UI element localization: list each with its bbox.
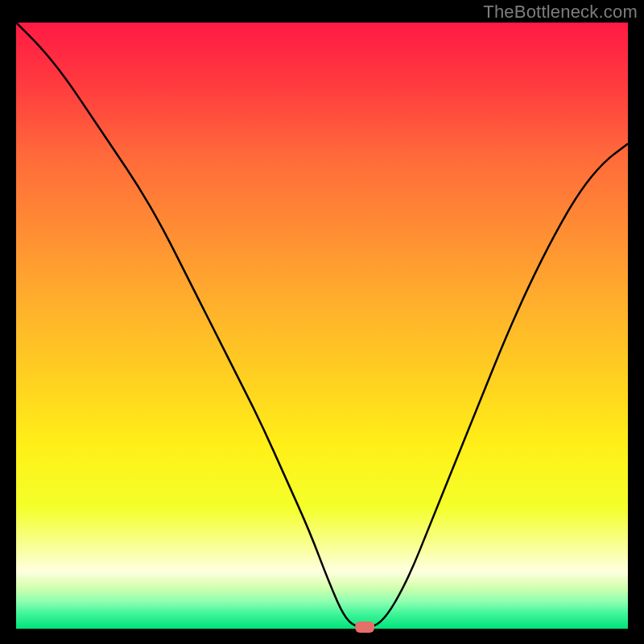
plot-area	[16, 23, 628, 629]
chart-frame: TheBottleneck.com	[0, 0, 644, 644]
optimum-marker	[355, 621, 374, 633]
watermark-text: TheBottleneck.com	[483, 2, 638, 23]
bottleneck-chart	[0, 0, 644, 644]
